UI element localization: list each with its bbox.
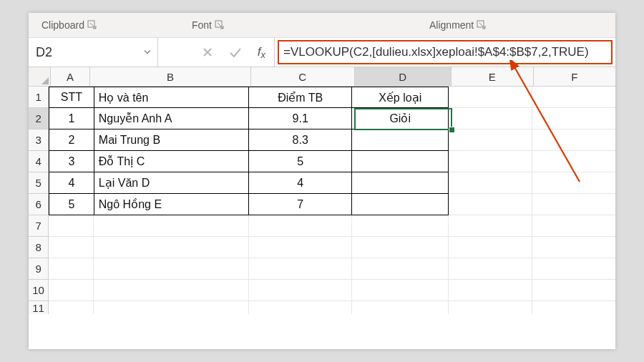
row-header[interactable]: 1 <box>29 87 49 108</box>
cell[interactable] <box>249 215 352 237</box>
row-header[interactable]: 3 <box>29 129 49 151</box>
cell[interactable] <box>49 301 94 314</box>
cell[interactable] <box>449 237 532 258</box>
cell[interactable]: 5 <box>49 194 94 215</box>
cell[interactable]: 4 <box>249 172 352 194</box>
cell[interactable] <box>352 194 449 215</box>
cell[interactable] <box>449 108 532 129</box>
cell[interactable] <box>352 151 449 172</box>
cell[interactable] <box>94 301 249 314</box>
cell[interactable] <box>49 237 94 258</box>
cell[interactable] <box>449 301 532 314</box>
cell[interactable] <box>352 172 449 194</box>
cell[interactable] <box>532 258 615 280</box>
name-box[interactable]: D2 <box>29 38 158 67</box>
cell[interactable]: Mai Trung B <box>94 129 249 151</box>
cell[interactable] <box>449 151 532 172</box>
cell[interactable]: Đỗ Thị C <box>94 151 249 172</box>
cell[interactable] <box>352 215 449 237</box>
row-header[interactable]: 6 <box>29 194 49 215</box>
cell[interactable]: STT <box>49 87 94 108</box>
dialog-launcher-icon[interactable] <box>215 20 225 30</box>
row-header[interactable]: 7 <box>29 215 49 237</box>
cell[interactable] <box>49 215 94 237</box>
cell[interactable] <box>532 301 615 314</box>
cancel-icon[interactable] <box>202 47 213 58</box>
cell[interactable] <box>449 172 532 194</box>
table-row: 8 <box>29 237 615 258</box>
formula-bar-buttons: fx <box>158 38 275 67</box>
ribbon-group-labels: Clipboard Font Alignment <box>29 13 615 38</box>
cell[interactable]: Xếp loại <box>352 87 449 108</box>
ribbon-alignment-label: Alignment <box>429 19 474 31</box>
cell[interactable]: Ngô Hồng E <box>94 194 249 215</box>
cell[interactable]: 8.3 <box>249 129 352 151</box>
cell[interactable] <box>352 301 449 314</box>
cell[interactable] <box>49 280 94 301</box>
col-header-F[interactable]: F <box>534 67 615 86</box>
table-row: 7 <box>29 215 615 237</box>
col-header-D[interactable]: D <box>355 67 452 86</box>
cell[interactable] <box>449 258 532 280</box>
cell[interactable]: Họ và tên <box>94 87 249 108</box>
cell[interactable] <box>532 108 615 129</box>
cell[interactable]: Lại Văn D <box>94 172 249 194</box>
cell[interactable] <box>49 258 94 280</box>
cell[interactable]: Nguyễn Anh A <box>94 108 249 129</box>
cell[interactable] <box>532 87 615 108</box>
enter-icon[interactable] <box>229 47 242 58</box>
cell-active[interactable]: Giỏi <box>352 108 449 129</box>
row-header[interactable]: 4 <box>29 151 49 172</box>
row-header[interactable]: 2 <box>29 108 49 129</box>
cell[interactable] <box>94 280 249 301</box>
dialog-launcher-icon[interactable] <box>87 20 97 30</box>
col-header-E[interactable]: E <box>452 67 534 86</box>
cell[interactable] <box>532 215 615 237</box>
cell[interactable]: Điểm TB <box>249 87 352 108</box>
cell[interactable] <box>249 258 352 280</box>
cell[interactable]: 1 <box>49 108 94 129</box>
cell[interactable] <box>94 215 249 237</box>
fx-icon[interactable]: fx <box>258 45 265 59</box>
select-all-corner[interactable] <box>29 67 51 86</box>
cell[interactable] <box>449 280 532 301</box>
col-header-B[interactable]: B <box>90 67 250 86</box>
cell[interactable] <box>249 237 352 258</box>
dialog-launcher-icon[interactable] <box>477 20 487 30</box>
cell[interactable]: 4 <box>49 172 94 194</box>
cell[interactable] <box>94 258 249 280</box>
cell[interactable]: 3 <box>49 151 94 172</box>
cell[interactable] <box>352 258 449 280</box>
cell[interactable] <box>532 237 615 258</box>
chevron-down-icon[interactable] <box>143 45 152 60</box>
cell[interactable] <box>532 194 615 215</box>
cell[interactable] <box>532 151 615 172</box>
cell[interactable] <box>249 301 352 314</box>
cell[interactable] <box>449 215 532 237</box>
cell[interactable] <box>449 194 532 215</box>
cell[interactable]: 2 <box>49 129 94 151</box>
cell[interactable] <box>352 280 449 301</box>
cell[interactable] <box>532 280 615 301</box>
formula-input[interactable]: =VLOOKUP(C2,[dulieu.xlsx]xeploai!$A$4:$B… <box>278 40 613 64</box>
col-header-A[interactable]: A <box>51 67 91 86</box>
cell[interactable]: 9.1 <box>249 108 352 129</box>
cell[interactable] <box>449 87 532 108</box>
cell[interactable]: 5 <box>249 151 352 172</box>
cell[interactable] <box>352 237 449 258</box>
cell[interactable] <box>532 129 615 151</box>
row-header[interactable]: 11 <box>29 301 49 314</box>
cell[interactable] <box>249 280 352 301</box>
cell[interactable] <box>449 129 532 151</box>
row-header[interactable]: 5 <box>29 172 49 194</box>
cell[interactable]: 7 <box>249 194 352 215</box>
row-header[interactable]: 10 <box>29 280 49 301</box>
excel-window: Clipboard Font Alignment D2 <box>29 13 615 349</box>
cell[interactable] <box>94 237 249 258</box>
cell[interactable] <box>352 129 449 151</box>
row-header[interactable]: 9 <box>29 258 49 280</box>
table-row: 5 4 Lại Văn D 4 <box>29 172 615 194</box>
col-header-C[interactable]: C <box>251 67 355 86</box>
cell[interactable] <box>532 172 615 194</box>
row-header[interactable]: 8 <box>29 237 49 258</box>
